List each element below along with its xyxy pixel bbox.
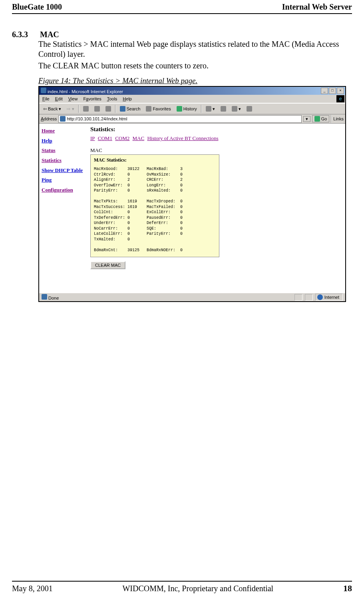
favorites-icon [146,106,151,112]
nav-statistics[interactable]: Statistics [42,156,85,166]
mail-icon [206,106,211,112]
home-button[interactable] [104,106,113,112]
window-titlebar[interactable]: index.html - Microsoft Internet Explorer… [39,87,345,95]
toolbar: ⇦ Back ▾ ⇨ ▾ Search Favorites History ▾ … [39,103,345,114]
go-button[interactable]: Go [312,115,330,122]
forward-button[interactable]: ⇨ ▾ [65,106,76,112]
page-icon [41,88,46,93]
home-icon [105,106,111,112]
stop-button[interactable] [82,106,90,112]
favorites-button[interactable]: Favorites [144,106,172,112]
refresh-icon [94,106,100,112]
tab-com1[interactable]: COM1 [98,135,112,141]
minimize-button[interactable]: _ [321,88,328,94]
main-pane: Statistics: IP COM1 COM2 MAC History of … [87,124,345,302]
back-button[interactable]: ⇦ Back ▾ [42,106,63,112]
statusbar: Done Internet [39,293,345,301]
paragraph-2: The CLEAR MAC button resets the counters… [38,61,352,71]
refresh-button[interactable] [93,106,101,112]
toolbar-separator-2 [115,105,116,113]
status-panel [294,294,302,301]
section-title: MAC [40,30,59,39]
footer-page-number: 18 [343,583,352,594]
mac-fieldset-label: MAC [90,147,342,154]
tab-mac[interactable]: MAC [133,135,145,141]
page-footer: May 8, 2001 WIDCOMM, Inc, Proprietary an… [12,581,352,594]
status-text: Done [48,296,59,300]
page-icon [60,116,66,122]
ie-logo-icon: e [336,95,344,102]
toolbar-separator [78,105,79,113]
search-icon [120,106,125,112]
nav-help[interactable]: Help [42,136,85,146]
address-dropdown[interactable]: ▾ [303,116,310,122]
doc-header-left: BlueGate 1000 [12,2,62,12]
menu-view[interactable]: View [68,96,78,101]
links-label[interactable]: Links [333,116,344,121]
address-label: Address [41,116,57,121]
discuss-button[interactable] [245,106,254,112]
stop-icon [83,106,89,112]
internet-zone-icon [317,294,323,300]
history-icon [177,106,182,112]
toolbar-separator-3 [201,105,202,113]
menu-help[interactable]: Help [123,96,132,101]
browser-content: Home Help Status Statistics Show DHCP Ta… [39,124,345,302]
addressbar: Address http://10.100.101.24/index.html … [39,114,345,124]
section-number: 6.3.3 [12,30,38,39]
menu-favorites[interactable]: Favorites [83,96,101,101]
nav-show-dhcp-table[interactable]: Show DHCP Table [42,166,85,176]
page-title: Statistics: [90,126,342,133]
nav-status[interactable]: Status [42,146,85,156]
print-button[interactable] [219,106,228,112]
header-rule [12,13,352,14]
menu-tools[interactable]: Tools [107,96,117,101]
discuss-icon [247,106,252,112]
stats-tabs: IP COM1 COM2 MAC History of Active BT Co… [90,135,342,142]
mac-statistics-box: MAC Statistics: MacRxGood: 39122 MacRxBa… [90,154,219,257]
screenshot-browser-window: index.html - Microsoft Internet Explorer… [38,86,346,302]
clear-mac-button[interactable]: CLEAR MAC [90,261,125,269]
maximize-button[interactable]: □ [329,88,336,94]
menubar: File Edit View Favorites Tools Help e [39,95,345,103]
tab-history[interactable]: History of Active BT Connections [147,135,218,141]
nav-home[interactable]: Home [42,126,85,136]
window-title: index.html - Microsoft Internet Explorer [48,89,123,94]
tab-ip[interactable]: IP [90,135,95,141]
tab-com2[interactable]: COM2 [115,135,129,141]
paragraph-1: The Statistics > MAC internal Web page d… [38,39,352,59]
edit-icon [232,106,237,112]
nav-configuration[interactable]: Configuration [42,185,85,195]
go-icon [314,116,320,122]
footer-confidential: WIDCOMM, Inc, Proprietary and Confidenti… [122,584,273,593]
left-nav: Home Help Status Statistics Show DHCP Ta… [39,124,87,302]
nav-ping[interactable]: Ping [42,175,85,185]
mac-box-title: MAC Statistics: [94,157,216,163]
mail-button[interactable]: ▾ [204,106,217,112]
status-panel [305,294,313,301]
search-button[interactable]: Search [118,106,142,112]
address-input[interactable]: http://10.100.101.24/index.html [58,115,301,123]
menu-file[interactable]: File [42,96,50,101]
close-button[interactable]: × [337,88,344,94]
figure-caption: Figure 14: The Statistics > MAC internal… [38,76,352,85]
history-button[interactable]: History [175,106,199,112]
footer-date: May 8, 2001 [12,584,53,593]
edit-button[interactable]: ▾ [230,106,243,112]
mac-statistics-content: MacRxGood: 39122 MacRxBad: 3 CtrlRcvd: 0… [94,166,216,253]
status-done-icon [42,294,47,300]
doc-header-right: Internal Web Server [282,2,352,12]
security-zone[interactable]: Internet [315,294,343,301]
print-icon [221,106,226,112]
addr-separator [331,115,332,123]
menu-edit[interactable]: Edit [55,96,63,101]
